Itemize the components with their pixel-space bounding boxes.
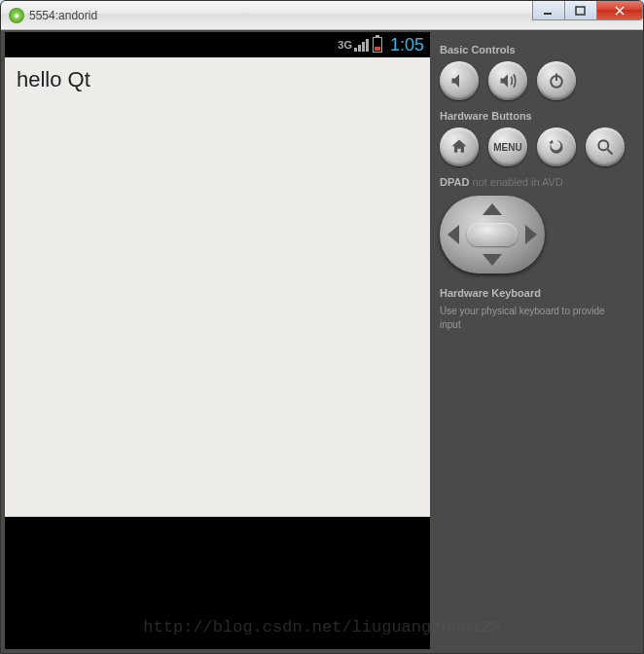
emulator-screen[interactable]: 3G 1:05 hello Qt xyxy=(5,32,430,649)
hardware-keyboard-heading: Hardware Keyboard xyxy=(440,287,627,299)
signal-bars-icon xyxy=(354,39,369,52)
hello-text: hello Qt xyxy=(17,67,90,92)
basic-controls-heading: Basic Controls xyxy=(440,44,627,55)
android-status-bar: 3G 1:05 xyxy=(5,32,430,57)
minimize-button[interactable] xyxy=(532,1,565,20)
emulator-window: ◉ 5554:andorid 3G xyxy=(0,0,644,654)
dpad-center-button[interactable] xyxy=(467,223,518,246)
window-controls xyxy=(533,1,643,20)
svg-rect-0 xyxy=(544,13,552,15)
volume-down-button[interactable] xyxy=(440,61,479,100)
home-button[interactable] xyxy=(440,127,479,166)
status-clock: 1:05 xyxy=(390,35,424,55)
dpad-down-button[interactable] xyxy=(483,254,502,266)
svg-line-7 xyxy=(608,150,613,155)
search-button[interactable] xyxy=(586,127,625,166)
emulator-controls-panel: Basic Controls Hardware Buttons MENU xyxy=(430,32,637,649)
hardware-buttons-heading: Hardware Buttons xyxy=(440,110,627,122)
power-button[interactable] xyxy=(537,61,576,100)
android-app-icon: ◉ xyxy=(9,8,24,23)
app-content-area[interactable]: hello Qt xyxy=(5,57,430,517)
maximize-button[interactable] xyxy=(564,1,597,20)
svg-rect-1 xyxy=(576,7,585,15)
svg-point-6 xyxy=(598,140,608,150)
volume-up-button[interactable] xyxy=(488,61,527,100)
network-3g-icon: 3G xyxy=(338,39,369,52)
menu-button[interactable]: MENU xyxy=(488,127,527,166)
dpad-heading: DPAD not enabled in AVD xyxy=(440,176,627,188)
dpad-right-button[interactable] xyxy=(525,225,537,244)
dpad-up-button[interactable] xyxy=(483,203,502,215)
close-button[interactable] xyxy=(596,1,643,20)
window-title: 5554:andorid xyxy=(29,9,97,22)
dpad xyxy=(440,196,545,273)
back-button[interactable] xyxy=(537,127,576,166)
nav-black-area xyxy=(5,517,430,649)
titlebar[interactable]: ◉ 5554:andorid xyxy=(1,1,643,30)
battery-icon xyxy=(373,37,382,53)
hardware-keyboard-note: Use your physical keyboard to provide in… xyxy=(440,305,627,332)
dpad-left-button[interactable] xyxy=(447,225,459,244)
client-area: 3G 1:05 hello Qt Basic Controls xyxy=(1,30,643,653)
